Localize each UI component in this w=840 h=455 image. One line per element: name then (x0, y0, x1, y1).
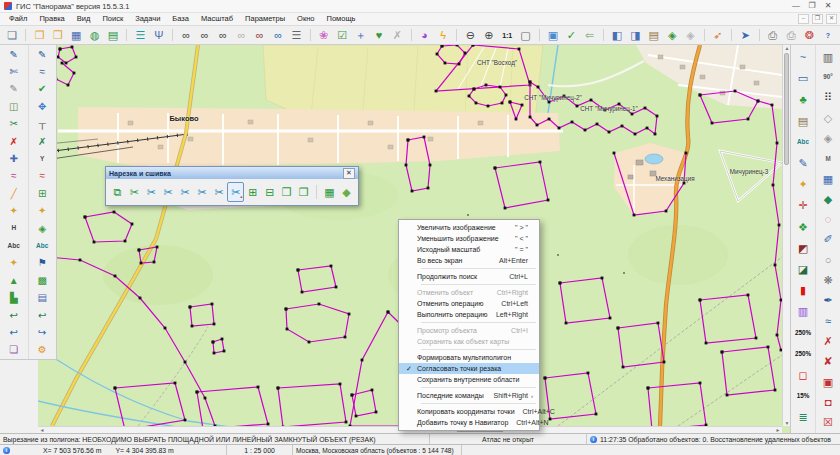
delete-image-button[interactable]: ▣ (816, 372, 840, 392)
context-menu-item[interactable]: ✓ Согласовать точки резака (399, 363, 539, 374)
zoom-in-button[interactable]: ⊕ (480, 26, 498, 44)
select-table-point-button[interactable]: ◨ (626, 26, 644, 44)
angle-90-button[interactable]: 90° (816, 67, 840, 87)
check-frame-button[interactable]: ◈ (29, 220, 56, 237)
t-junction-button[interactable]: ┬ (29, 116, 56, 133)
barcode-hatch-button[interactable]: ▥ (816, 47, 840, 67)
edit-object-button[interactable]: ✎ (0, 81, 27, 98)
menu-item[interactable]: Правка (33, 13, 70, 25)
ring-outline-button[interactable]: ○ (816, 250, 840, 270)
map-passport-button[interactable]: ▤ (104, 26, 122, 44)
image-frames-button[interactable]: ❏ (0, 342, 27, 359)
object-card-button[interactable]: ▤ (791, 111, 815, 132)
scale-cell[interactable]: 1 : 25 000 (227, 445, 293, 455)
apply-operation-button[interactable]: ✓ (562, 26, 580, 44)
edit-pencil-button[interactable]: ✎ (791, 153, 815, 174)
triangulation-button[interactable]: ▲ (0, 272, 27, 289)
gradient-bars-button[interactable]: ≣ (791, 407, 815, 428)
wheel-spokes-button[interactable]: ❋ (816, 270, 840, 290)
print-report-button[interactable]: ⎙ (782, 26, 800, 44)
scroll-left-arrow[interactable]: ◄ (38, 427, 46, 433)
cut-by-cutter-button[interactable]: ✂▪ (227, 182, 244, 202)
context-menu-item[interactable]: Отменить объект Ctrl+Right (399, 287, 539, 298)
map-select-button[interactable]: ◈ (663, 26, 681, 44)
fill-red-button[interactable]: ▮ (791, 280, 815, 301)
context-menu-item[interactable] (421, 284, 536, 285)
create-object-button[interactable]: ✎ (0, 46, 27, 63)
find-object-button[interactable]: ∞ (177, 26, 195, 44)
menu-item[interactable]: Параметры (239, 13, 291, 25)
confirm-edit-button[interactable]: ✔ (29, 81, 56, 98)
dots-grid-button[interactable]: ⠿ (816, 88, 840, 108)
branch-node-button[interactable]: Y (29, 150, 56, 167)
find-advanced-off-button[interactable]: ∞ (232, 26, 250, 44)
delete-highlight-button[interactable]: ☒ (816, 413, 840, 433)
menu-item[interactable]: Помощь (321, 13, 362, 25)
draw-spline-button[interactable]: ≈ (29, 63, 56, 80)
context-menu-item[interactable]: Продолжить поиск Ctrl+L (399, 271, 539, 282)
cut-tool-button[interactable]: ✂ (0, 116, 27, 133)
context-menu-item[interactable]: Отменить операцию Ctrl+Left (399, 298, 539, 309)
open-geoportal-button[interactable]: ◍ (86, 26, 104, 44)
draw-polyline-button[interactable]: ~ (791, 47, 815, 68)
ink-waves-button[interactable]: ≈ (816, 311, 840, 331)
context-menu-item[interactable] (421, 349, 536, 350)
delete-cross-2-button[interactable]: ✘ (816, 352, 840, 372)
menu-item[interactable]: Задачи (129, 13, 166, 25)
vertical-scrollbar[interactable]: ▲ ▼ (782, 45, 790, 426)
zoom-250-apply-button[interactable]: 250% (791, 322, 815, 343)
rotate-diamond-button[interactable]: ◆ (338, 182, 355, 202)
flag-point-button[interactable]: ⚑ (29, 255, 56, 272)
new-map-button[interactable]: ❏ (3, 26, 21, 44)
scale-1-1-button[interactable]: 1:1 (498, 26, 516, 44)
diamond-outline-button[interactable]: ◇ (816, 108, 840, 128)
mdi-minimize-button[interactable]: – (798, 14, 809, 24)
open-database-button[interactable]: ❒ (49, 26, 67, 44)
settings-gear-button[interactable]: ⚙ (29, 342, 56, 359)
select-rectangle-button[interactable]: ▭ (791, 68, 815, 89)
context-menu-item[interactable]: Исходный масштаб " = " (399, 244, 539, 255)
tree-symbol-button[interactable]: ♣ (791, 89, 815, 110)
minimize-button[interactable]: — (788, 0, 804, 12)
context-menu-item[interactable]: Выполнить операцию Left+Right (399, 309, 539, 320)
context-menu-item[interactable]: Формировать мультиполигон (399, 352, 539, 363)
context-menu-item[interactable]: Копировать координаты точки Ctrl+Alt+C (399, 406, 539, 417)
context-menu-item[interactable]: Сохранить как объект карты (399, 336, 539, 347)
find-in-area-button[interactable]: ∞ (251, 26, 269, 44)
select-object-button[interactable]: ❀ (315, 26, 333, 44)
cut-sheets-button[interactable]: ✂ (143, 182, 160, 202)
context-menu-item[interactable]: Сохранить внутренние области (399, 374, 539, 385)
merge-tool-button[interactable]: ◫ (0, 98, 27, 115)
draw-line-button[interactable]: ✎ (29, 46, 56, 63)
context-menu-item[interactable]: Просмотр объекта Ctrl+I (399, 325, 539, 336)
object-attributes-button[interactable]: ▤ (645, 26, 663, 44)
cut-strip-button[interactable]: ✂ (194, 182, 211, 202)
highlight-area-button[interactable]: ✦ (29, 203, 56, 220)
merge-blocks-button[interactable]: ⊞ (244, 182, 261, 202)
pan-screen-button[interactable]: ▣ (544, 26, 562, 44)
sheet-windows-alt-button[interactable]: ❐ (295, 182, 312, 202)
menu-item[interactable]: Поиск (96, 13, 129, 25)
find-by-name-button[interactable]: ∞ (195, 26, 213, 44)
delete-cross-1-button[interactable]: ✗ (816, 331, 840, 351)
find-advanced-button[interactable]: ∞ (214, 26, 232, 44)
select-table-button[interactable]: ◧ (608, 26, 626, 44)
diamond-filled-button[interactable]: ◈ (816, 128, 840, 148)
fit-extent-button[interactable]: ▢ (516, 26, 534, 44)
step-back-button[interactable]: ⇐ (581, 26, 599, 44)
carpet-red-button[interactable]: ◩ (791, 238, 815, 259)
stairs-chart-button[interactable]: ▙ (0, 289, 27, 306)
selection-clear-button[interactable]: ✗ (388, 26, 406, 44)
print-map-button[interactable]: ⎙ (764, 26, 782, 44)
vertical-scroll-thumb[interactable] (784, 53, 789, 165)
legend-button[interactable]: ◕ (416, 26, 434, 44)
edit-curve-button[interactable]: ≈ (0, 168, 27, 185)
cut-toolbar-close-button[interactable]: ✕ (343, 168, 355, 179)
delete-image-2-button[interactable]: ◘ (816, 392, 840, 412)
highlight-object-button[interactable]: ✦ (0, 255, 27, 272)
menu-item[interactable]: Вид (71, 13, 97, 25)
value-cards-button[interactable]: ▩ (29, 272, 56, 289)
color-spectrum-button[interactable]: ▥ (791, 301, 815, 322)
red-frame-select-button[interactable]: ◻ (791, 365, 815, 386)
pen-nib-button[interactable]: ✒ (816, 291, 840, 311)
